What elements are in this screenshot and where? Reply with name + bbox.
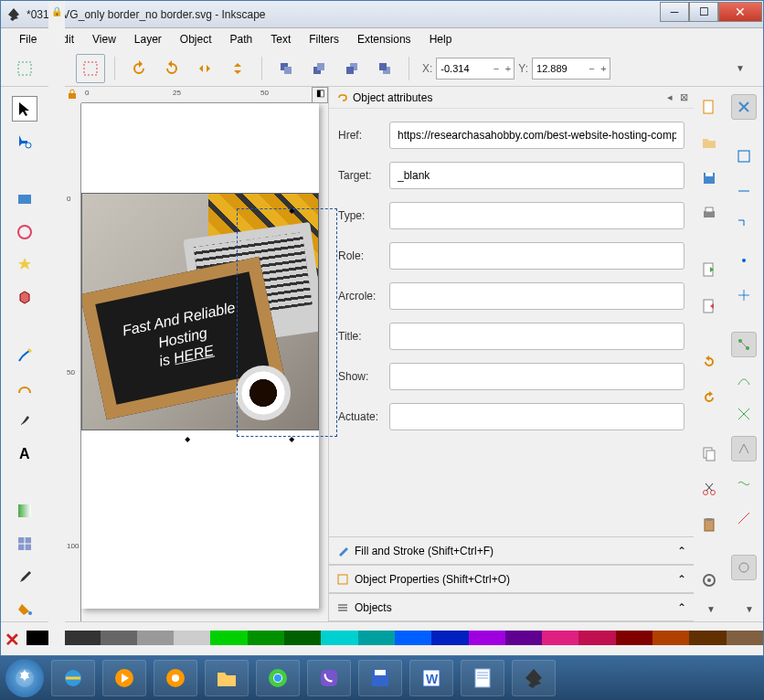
menu-object[interactable]: Object xyxy=(171,30,221,48)
role-input[interactable] xyxy=(389,242,684,270)
raise-top-icon[interactable] xyxy=(271,54,301,83)
text-tool[interactable]: A xyxy=(12,440,37,466)
swatch[interactable] xyxy=(248,631,284,645)
cut-icon[interactable] xyxy=(696,476,722,501)
swatch[interactable] xyxy=(727,631,763,645)
task-inkscape[interactable] xyxy=(512,660,556,696)
actuate-input[interactable] xyxy=(389,403,684,430)
save-icon[interactable] xyxy=(696,166,722,191)
new-doc-icon[interactable] xyxy=(696,94,722,119)
panel-close-icon[interactable]: ⊠ xyxy=(680,91,688,103)
copy-icon[interactable] xyxy=(696,440,722,465)
handle-br[interactable]: ⬥ xyxy=(288,430,295,445)
menu-file[interactable]: File xyxy=(10,30,46,48)
menu-extensions[interactable]: Extensions xyxy=(348,30,420,48)
snap-line-icon[interactable] xyxy=(731,505,757,531)
node-tool[interactable] xyxy=(12,129,37,154)
canvas[interactable]: Fast And Reliable Hosting is HERE ⬥ ⬥ ⬥ xyxy=(81,103,328,621)
snap-smooth-icon[interactable] xyxy=(731,471,757,496)
lower-icon[interactable] xyxy=(337,54,366,83)
open-icon[interactable] xyxy=(696,130,722,154)
ruler-horizontal[interactable]: 0 25 50 xyxy=(81,87,328,103)
panel-object-props[interactable]: Object Properties (Shift+Ctrl+O)⌃ xyxy=(329,565,694,593)
start-button[interactable] xyxy=(5,659,44,697)
task-save[interactable] xyxy=(358,660,402,696)
swatch[interactable] xyxy=(284,631,321,645)
snap-center-icon[interactable] xyxy=(731,282,757,308)
color-palette[interactable] xyxy=(27,631,763,645)
deselect-icon[interactable] xyxy=(76,54,105,83)
menu-filters[interactable]: Filters xyxy=(300,30,348,48)
rect-tool[interactable] xyxy=(12,186,37,212)
calligraphy-tool[interactable] xyxy=(12,408,37,433)
bezier-tool[interactable] xyxy=(12,375,37,400)
task-word[interactable]: W xyxy=(409,660,453,696)
swatch[interactable] xyxy=(174,631,210,645)
href-input[interactable] xyxy=(389,122,684,149)
swatch[interactable] xyxy=(321,631,357,645)
menu-layer[interactable]: Layer xyxy=(125,30,171,48)
x-inc[interactable]: + xyxy=(502,63,514,74)
dropper-tool[interactable] xyxy=(12,564,37,589)
panel-fill-stroke[interactable]: Fill and Stroke (Shift+Ctrl+F)⌃ xyxy=(329,536,694,565)
raise-icon[interactable] xyxy=(304,54,334,83)
select-all-icon[interactable] xyxy=(10,54,39,83)
menu-view[interactable]: View xyxy=(83,30,125,48)
task-ie[interactable] xyxy=(51,660,95,696)
doc-tab[interactable]: ◧ xyxy=(312,87,328,103)
swatch[interactable] xyxy=(431,631,468,645)
star-tool[interactable] xyxy=(12,252,37,278)
snap-other-toggle[interactable] xyxy=(731,555,757,580)
col-overflow-icon[interactable]: ▼ xyxy=(706,604,716,614)
maximize-button[interactable]: ☐ xyxy=(689,2,718,22)
snap-path-icon[interactable] xyxy=(731,366,757,392)
handle-top[interactable]: ⬥ xyxy=(288,202,295,217)
snap-toggle[interactable] xyxy=(731,94,757,120)
prefs-icon[interactable] xyxy=(696,568,722,593)
task-viber[interactable] xyxy=(307,660,351,696)
task-settings[interactable] xyxy=(154,660,197,696)
paste-icon[interactable] xyxy=(696,513,722,537)
swatch[interactable] xyxy=(689,631,726,645)
flip-h-icon[interactable] xyxy=(190,54,219,83)
panel-objects[interactable]: Objects⌃ xyxy=(329,593,694,621)
snap-cusp-icon[interactable] xyxy=(731,436,757,461)
swatch[interactable] xyxy=(210,631,247,645)
swatch[interactable] xyxy=(358,631,395,645)
task-media[interactable] xyxy=(102,660,146,696)
toolbar-overflow-icon[interactable]: ▼ xyxy=(736,63,745,73)
minimize-button[interactable]: ─ xyxy=(660,2,689,22)
swatch[interactable] xyxy=(101,631,137,645)
y-dec[interactable]: − xyxy=(586,63,598,74)
type-input[interactable] xyxy=(389,202,684,229)
close-button[interactable]: ✕ xyxy=(718,2,762,22)
target-input[interactable] xyxy=(389,162,684,189)
ruler-origin-icon[interactable] xyxy=(66,88,80,102)
snap-node-toggle[interactable] xyxy=(731,332,757,357)
menu-help[interactable]: Help xyxy=(420,30,462,48)
swatch[interactable] xyxy=(616,631,653,645)
x-input[interactable] xyxy=(437,63,490,74)
undo-icon[interactable] xyxy=(696,349,722,374)
no-fill-icon[interactable]: ✕ xyxy=(5,629,23,647)
import-icon[interactable] xyxy=(696,258,722,282)
y-inc[interactable]: + xyxy=(598,63,610,74)
swatch[interactable] xyxy=(469,631,505,645)
circle-tool[interactable] xyxy=(12,219,37,245)
y-input[interactable] xyxy=(533,63,586,74)
swatch[interactable] xyxy=(137,631,174,645)
3dbox-tool[interactable] xyxy=(12,284,37,310)
pencil-tool[interactable] xyxy=(12,343,37,368)
bucket-tool[interactable] xyxy=(12,596,37,621)
show-input[interactable] xyxy=(389,363,684,390)
swatch[interactable] xyxy=(395,631,431,645)
gradient-tool[interactable] xyxy=(12,498,37,524)
arcrole-input[interactable] xyxy=(389,282,684,310)
menu-text[interactable]: Text xyxy=(261,30,300,48)
mesh-tool[interactable] xyxy=(12,531,37,557)
export-icon[interactable] xyxy=(696,293,722,318)
title-input[interactable] xyxy=(389,323,684,350)
rotate-cw-icon[interactable] xyxy=(157,54,186,83)
task-files[interactable] xyxy=(205,660,249,696)
snap-mid-icon[interactable] xyxy=(731,248,757,273)
